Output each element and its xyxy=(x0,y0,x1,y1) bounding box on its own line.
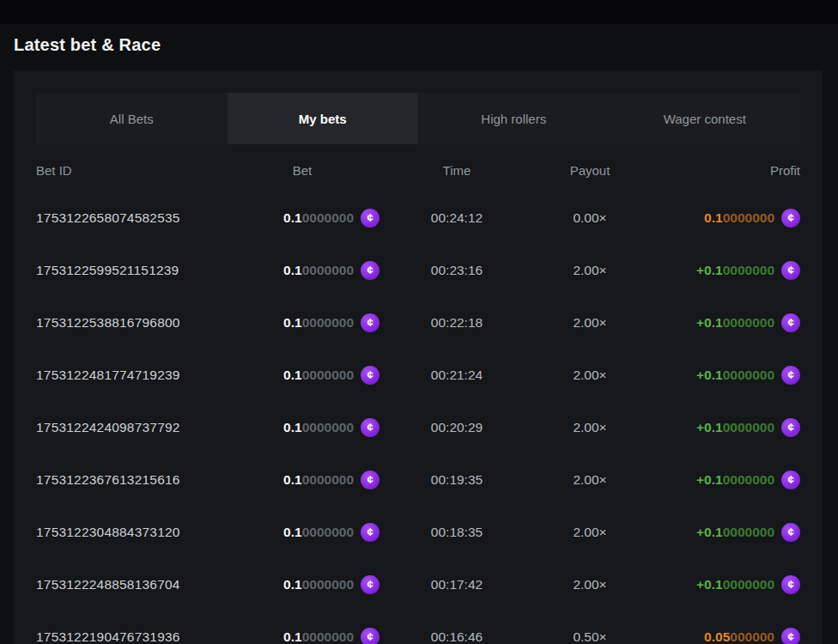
tab-label: All Bets xyxy=(110,112,154,126)
table-row: 1753122658074582535 0.10000000 ¢ 00:24:1… xyxy=(36,191,800,244)
coin-icon: ¢ xyxy=(781,575,800,594)
table-body: 1753122658074582535 0.10000000 ¢ 00:24:1… xyxy=(36,191,800,644)
table-row: 1753122304884373120 0.10000000 ¢ 00:18:3… xyxy=(36,506,800,558)
bet-payout: 0.50× xyxy=(534,629,646,644)
profit-cell: +0.10000000 ¢ xyxy=(646,471,800,489)
bet-amount: 0.10000000 xyxy=(283,315,354,331)
profit-cell: +0.10000000 ¢ xyxy=(646,366,800,385)
coin-icon: ¢ xyxy=(361,628,380,644)
profit-cell: +0.10000000 ¢ xyxy=(646,523,800,542)
coin-icon: ¢ xyxy=(361,366,380,385)
profit-cell: +0.10000000 ¢ xyxy=(646,313,800,332)
header-bet: Bet xyxy=(225,163,380,178)
tab[interactable]: Wager contest xyxy=(610,93,801,144)
bet-time: 00:21:24 xyxy=(380,368,534,383)
bet-amount-cell: 0.10000000 ¢ xyxy=(225,523,380,542)
profit-cell: 0.10000000 ¢ xyxy=(646,209,800,228)
profit-cell: +0.10000000 ¢ xyxy=(646,418,800,437)
bet-amount: 0.10000000 xyxy=(283,525,354,540)
top-strip xyxy=(0,0,838,24)
profit-cell: 0.05000000 ¢ xyxy=(646,628,800,644)
bet-time: 00:20:29 xyxy=(380,420,534,435)
bet-id: 1753122538816796800 xyxy=(36,315,225,331)
bet-id: 1753122304884373120 xyxy=(36,525,225,540)
tab-label: High rollers xyxy=(481,112,546,126)
bet-amount-cell: 0.10000000 ¢ xyxy=(225,628,380,644)
bet-payout: 2.00× xyxy=(534,472,646,488)
bet-time: 00:24:12 xyxy=(380,210,534,226)
bet-id: 1753122481774719239 xyxy=(36,368,225,383)
bet-amount-cell: 0.10000000 ¢ xyxy=(225,575,380,594)
profit-amount: +0.10000000 xyxy=(696,315,774,331)
tab-label: Wager contest xyxy=(664,112,746,126)
table-row: 1753122538816796800 0.10000000 ¢ 00:22:1… xyxy=(36,296,800,349)
bet-amount: 0.10000000 xyxy=(283,629,354,644)
bet-amount-cell: 0.10000000 ¢ xyxy=(225,366,380,385)
tab[interactable]: My bets xyxy=(228,93,419,144)
screen: Latest bet & Race All Bets My bets High … xyxy=(0,0,838,644)
profit-cell: +0.10000000 ¢ xyxy=(646,575,800,594)
coin-icon: ¢ xyxy=(781,523,800,542)
coin-icon: ¢ xyxy=(361,313,380,332)
table-row: 1753122248858136704 0.10000000 ¢ 00:17:4… xyxy=(36,558,800,611)
bet-amount-cell: 0.10000000 ¢ xyxy=(225,418,380,437)
page-title: Latest bet & Race xyxy=(0,24,838,55)
tab-label: My bets xyxy=(299,112,347,126)
coin-icon: ¢ xyxy=(781,366,800,385)
bet-amount-cell: 0.10000000 ¢ xyxy=(225,209,380,228)
table-row: 1753122481774719239 0.10000000 ¢ 00:21:2… xyxy=(36,349,800,401)
bet-amount-cell: 0.10000000 ¢ xyxy=(225,261,380,280)
bet-id: 1753122367613215616 xyxy=(36,472,225,488)
bet-amount-cell: 0.10000000 ¢ xyxy=(225,313,380,332)
table-row: 1753122367613215616 0.10000000 ¢ 00:19:3… xyxy=(36,453,800,506)
bet-time: 00:22:18 xyxy=(380,315,534,331)
bet-id: 1753122248858136704 xyxy=(36,577,225,592)
bet-amount: 0.10000000 xyxy=(283,368,354,383)
profit-amount: +0.10000000 xyxy=(696,263,774,278)
coin-icon: ¢ xyxy=(361,209,380,228)
profit-amount: +0.10000000 xyxy=(696,525,774,540)
bet-amount-cell: 0.10000000 ¢ xyxy=(225,471,380,489)
bet-payout: 2.00× xyxy=(534,263,646,278)
profit-amount: +0.10000000 xyxy=(696,368,774,383)
profit-amount: 0.10000000 xyxy=(704,210,774,226)
header-profit: Profit xyxy=(646,163,800,178)
coin-icon: ¢ xyxy=(361,523,380,542)
bet-id: 1753122658074582535 xyxy=(36,210,225,226)
bet-amount: 0.10000000 xyxy=(283,577,354,592)
table-row: 1753122190476731936 0.10000000 ¢ 00:16:4… xyxy=(36,611,800,644)
profit-amount: 0.05000000 xyxy=(704,629,774,644)
coin-icon: ¢ xyxy=(781,418,800,437)
bet-time: 00:23:16 xyxy=(380,263,534,278)
bet-payout: 2.00× xyxy=(534,368,646,383)
coin-icon: ¢ xyxy=(361,261,380,280)
coin-icon: ¢ xyxy=(361,575,380,594)
tab[interactable]: High rollers xyxy=(418,93,610,144)
coin-icon: ¢ xyxy=(781,209,800,228)
bet-payout: 0.00× xyxy=(534,210,646,226)
bet-amount: 0.10000000 xyxy=(283,263,354,278)
bet-payout: 2.00× xyxy=(534,315,646,331)
bet-amount: 0.10000000 xyxy=(283,210,354,226)
coin-icon: ¢ xyxy=(781,471,800,489)
coin-icon: ¢ xyxy=(361,418,380,437)
coin-icon: ¢ xyxy=(781,261,800,280)
bet-payout: 2.00× xyxy=(534,577,646,592)
coin-icon: ¢ xyxy=(361,471,380,489)
tab[interactable]: All Bets xyxy=(36,93,228,144)
table-header: Bet ID Bet Time Payout Profit xyxy=(36,149,800,191)
header-bet-id: Bet ID xyxy=(36,163,225,178)
bets-panel: All Bets My bets High rollers Wager cont… xyxy=(14,70,823,644)
tabs: All Bets My bets High rollers Wager cont… xyxy=(36,93,800,144)
bet-time: 00:16:46 xyxy=(380,629,534,644)
profit-cell: +0.10000000 ¢ xyxy=(646,261,800,280)
bet-amount: 0.10000000 xyxy=(283,472,354,488)
bet-payout: 2.00× xyxy=(534,525,646,540)
table-row: 1753122424098737792 0.10000000 ¢ 00:20:2… xyxy=(36,401,800,453)
bet-time: 00:17:42 xyxy=(380,577,534,592)
bet-payout: 2.00× xyxy=(534,420,646,435)
coin-icon: ¢ xyxy=(781,313,800,332)
header-time: Time xyxy=(380,163,534,178)
coin-icon: ¢ xyxy=(781,628,800,644)
table-row: 1753122599521151239 0.10000000 ¢ 00:23:1… xyxy=(36,244,800,296)
